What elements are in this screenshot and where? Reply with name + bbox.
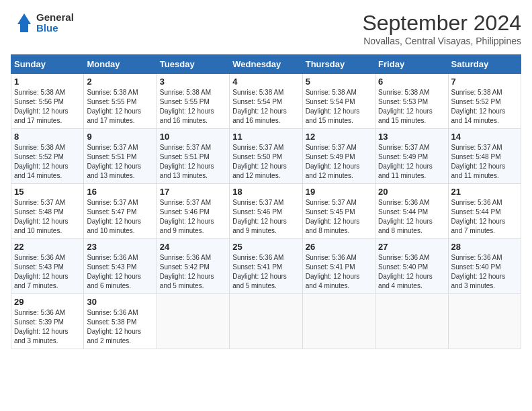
day-info: Sunrise: 5:38 AM Sunset: 5:54 PM Dayligh… bbox=[306, 88, 372, 126]
day-cell-21: 21 Sunrise: 5:36 AM Sunset: 5:44 PM Dayl… bbox=[448, 184, 521, 239]
location: Novallas, Central Visayas, Philippines bbox=[362, 36, 521, 46]
day-info: Sunrise: 5:38 AM Sunset: 5:52 PM Dayligh… bbox=[451, 88, 518, 126]
day-info: Sunrise: 5:36 AM Sunset: 5:43 PM Dayligh… bbox=[87, 253, 153, 291]
week-row-2: 8 Sunrise: 5:38 AM Sunset: 5:52 PM Dayli… bbox=[11, 129, 521, 184]
day-cell-26: 26 Sunrise: 5:36 AM Sunset: 5:41 PM Dayl… bbox=[302, 239, 375, 294]
day-info: Sunrise: 5:36 AM Sunset: 5:40 PM Dayligh… bbox=[451, 253, 518, 291]
day-info: Sunrise: 5:38 AM Sunset: 5:55 PM Dayligh… bbox=[160, 88, 226, 126]
week-row-4: 22 Sunrise: 5:36 AM Sunset: 5:43 PM Dayl… bbox=[11, 239, 521, 294]
day-info: Sunrise: 5:38 AM Sunset: 5:55 PM Dayligh… bbox=[87, 88, 153, 126]
day-number: 22 bbox=[14, 242, 81, 252]
day-number: 1 bbox=[14, 77, 81, 87]
day-cell-1: 1 Sunrise: 5:38 AM Sunset: 5:56 PM Dayli… bbox=[11, 74, 84, 129]
day-cell-25: 25 Sunrise: 5:36 AM Sunset: 5:41 PM Dayl… bbox=[230, 239, 302, 294]
logo-line1: General bbox=[36, 12, 74, 24]
day-number: 8 bbox=[14, 132, 81, 142]
day-cell-9: 9 Sunrise: 5:37 AM Sunset: 5:51 PM Dayli… bbox=[84, 129, 157, 184]
day-number: 23 bbox=[87, 242, 153, 252]
day-info: Sunrise: 5:38 AM Sunset: 5:54 PM Dayligh… bbox=[232, 88, 299, 126]
col-saturday: Saturday bbox=[448, 55, 521, 74]
day-cell-14: 14 Sunrise: 5:37 AM Sunset: 5:48 PM Dayl… bbox=[448, 129, 521, 184]
day-cell-12: 12 Sunrise: 5:37 AM Sunset: 5:49 PM Dayl… bbox=[302, 129, 375, 184]
day-number: 21 bbox=[451, 187, 518, 197]
day-cell-15: 15 Sunrise: 5:37 AM Sunset: 5:48 PM Dayl… bbox=[11, 184, 84, 239]
day-info: Sunrise: 5:36 AM Sunset: 5:40 PM Dayligh… bbox=[378, 253, 445, 291]
day-cell-19: 19 Sunrise: 5:37 AM Sunset: 5:45 PM Dayl… bbox=[302, 184, 375, 239]
logo-line2: Blue bbox=[36, 23, 74, 34]
week-row-5: 29 Sunrise: 5:36 AM Sunset: 5:39 PM Dayl… bbox=[11, 294, 521, 349]
day-info: Sunrise: 5:36 AM Sunset: 5:43 PM Dayligh… bbox=[14, 253, 81, 291]
day-info: Sunrise: 5:36 AM Sunset: 5:42 PM Dayligh… bbox=[160, 253, 226, 291]
day-info: Sunrise: 5:38 AM Sunset: 5:56 PM Dayligh… bbox=[14, 88, 81, 126]
day-info: Sunrise: 5:37 AM Sunset: 5:49 PM Dayligh… bbox=[378, 143, 445, 181]
col-friday: Friday bbox=[375, 55, 448, 74]
empty-cell bbox=[230, 294, 302, 349]
day-number: 15 bbox=[14, 187, 81, 197]
day-number: 28 bbox=[451, 242, 518, 252]
day-info: Sunrise: 5:37 AM Sunset: 5:50 PM Dayligh… bbox=[232, 143, 299, 181]
week-row-1: 1 Sunrise: 5:38 AM Sunset: 5:56 PM Dayli… bbox=[11, 74, 521, 129]
col-tuesday: Tuesday bbox=[157, 55, 229, 74]
day-cell-8: 8 Sunrise: 5:38 AM Sunset: 5:52 PM Dayli… bbox=[11, 129, 84, 184]
day-cell-4: 4 Sunrise: 5:38 AM Sunset: 5:54 PM Dayli… bbox=[230, 74, 302, 129]
day-number: 7 bbox=[451, 77, 518, 87]
col-wednesday: Wednesday bbox=[230, 55, 302, 74]
day-cell-11: 11 Sunrise: 5:37 AM Sunset: 5:50 PM Dayl… bbox=[230, 129, 302, 184]
day-cell-23: 23 Sunrise: 5:36 AM Sunset: 5:43 PM Dayl… bbox=[84, 239, 157, 294]
logo: General Blue bbox=[11, 11, 74, 35]
day-info: Sunrise: 5:36 AM Sunset: 5:39 PM Dayligh… bbox=[14, 308, 81, 346]
day-cell-29: 29 Sunrise: 5:36 AM Sunset: 5:39 PM Dayl… bbox=[11, 294, 84, 349]
day-info: Sunrise: 5:36 AM Sunset: 5:38 PM Dayligh… bbox=[87, 308, 153, 346]
day-info: Sunrise: 5:37 AM Sunset: 5:45 PM Dayligh… bbox=[306, 198, 372, 236]
day-number: 19 bbox=[306, 187, 372, 197]
day-cell-17: 17 Sunrise: 5:37 AM Sunset: 5:46 PM Dayl… bbox=[157, 184, 229, 239]
day-info: Sunrise: 5:37 AM Sunset: 5:49 PM Dayligh… bbox=[306, 143, 372, 181]
day-number: 20 bbox=[378, 187, 445, 197]
day-info: Sunrise: 5:38 AM Sunset: 5:52 PM Dayligh… bbox=[14, 143, 81, 181]
day-number: 5 bbox=[306, 77, 372, 87]
day-cell-20: 20 Sunrise: 5:36 AM Sunset: 5:44 PM Dayl… bbox=[375, 184, 448, 239]
col-sunday: Sunday bbox=[11, 55, 84, 74]
day-info: Sunrise: 5:37 AM Sunset: 5:51 PM Dayligh… bbox=[160, 143, 226, 181]
day-cell-28: 28 Sunrise: 5:36 AM Sunset: 5:40 PM Dayl… bbox=[448, 239, 521, 294]
day-info: Sunrise: 5:37 AM Sunset: 5:48 PM Dayligh… bbox=[451, 143, 518, 181]
day-number: 25 bbox=[232, 242, 299, 252]
day-number: 27 bbox=[378, 242, 445, 252]
day-number: 10 bbox=[160, 132, 226, 142]
day-number: 3 bbox=[160, 77, 226, 87]
day-number: 2 bbox=[87, 77, 153, 87]
day-number: 6 bbox=[378, 77, 445, 87]
day-info: Sunrise: 5:37 AM Sunset: 5:46 PM Dayligh… bbox=[232, 198, 299, 236]
day-cell-13: 13 Sunrise: 5:37 AM Sunset: 5:49 PM Dayl… bbox=[375, 129, 448, 184]
day-number: 18 bbox=[232, 187, 299, 197]
day-number: 12 bbox=[306, 132, 372, 142]
day-cell-3: 3 Sunrise: 5:38 AM Sunset: 5:55 PM Dayli… bbox=[157, 74, 229, 129]
empty-cell bbox=[302, 294, 375, 349]
empty-cell bbox=[157, 294, 229, 349]
day-info: Sunrise: 5:37 AM Sunset: 5:48 PM Dayligh… bbox=[14, 198, 81, 236]
col-monday: Monday bbox=[84, 55, 157, 74]
day-number: 9 bbox=[87, 132, 153, 142]
day-cell-30: 30 Sunrise: 5:36 AM Sunset: 5:38 PM Dayl… bbox=[84, 294, 157, 349]
calendar-table: Sunday Monday Tuesday Wednesday Thursday… bbox=[11, 54, 521, 349]
day-number: 11 bbox=[232, 132, 299, 142]
day-cell-18: 18 Sunrise: 5:37 AM Sunset: 5:46 PM Dayl… bbox=[230, 184, 302, 239]
empty-cell bbox=[375, 294, 448, 349]
day-info: Sunrise: 5:36 AM Sunset: 5:44 PM Dayligh… bbox=[378, 198, 445, 236]
page-header: General Blue September 2024 Novallas, Ce… bbox=[11, 11, 521, 46]
day-info: Sunrise: 5:36 AM Sunset: 5:44 PM Dayligh… bbox=[451, 198, 518, 236]
day-info: Sunrise: 5:38 AM Sunset: 5:53 PM Dayligh… bbox=[378, 88, 445, 126]
day-info: Sunrise: 5:36 AM Sunset: 5:41 PM Dayligh… bbox=[232, 253, 299, 291]
day-cell-22: 22 Sunrise: 5:36 AM Sunset: 5:43 PM Dayl… bbox=[11, 239, 84, 294]
day-cell-5: 5 Sunrise: 5:38 AM Sunset: 5:54 PM Dayli… bbox=[302, 74, 375, 129]
day-info: Sunrise: 5:37 AM Sunset: 5:46 PM Dayligh… bbox=[160, 198, 226, 236]
day-cell-27: 27 Sunrise: 5:36 AM Sunset: 5:40 PM Dayl… bbox=[375, 239, 448, 294]
day-info: Sunrise: 5:36 AM Sunset: 5:41 PM Dayligh… bbox=[306, 253, 372, 291]
empty-cell bbox=[448, 294, 521, 349]
day-cell-24: 24 Sunrise: 5:36 AM Sunset: 5:42 PM Dayl… bbox=[157, 239, 229, 294]
day-number: 29 bbox=[14, 297, 81, 307]
day-number: 17 bbox=[160, 187, 226, 197]
day-number: 30 bbox=[87, 297, 153, 307]
month-title: September 2024 bbox=[362, 11, 521, 36]
day-cell-10: 10 Sunrise: 5:37 AM Sunset: 5:51 PM Dayl… bbox=[157, 129, 229, 184]
